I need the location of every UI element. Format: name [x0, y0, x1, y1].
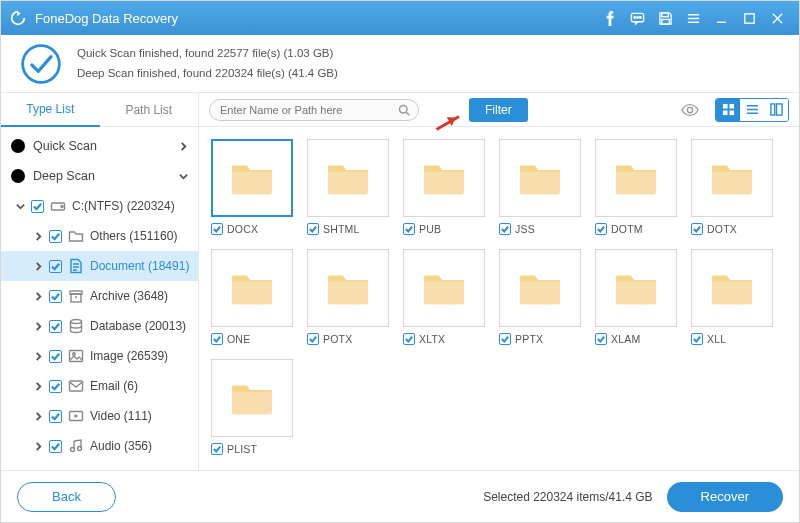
checkbox[interactable]	[403, 333, 415, 345]
chevron-right-icon[interactable]	[31, 292, 45, 301]
preview-toggle-icon[interactable]	[679, 99, 701, 121]
folder-thumbnail[interactable]	[211, 359, 293, 437]
checkbox[interactable]	[49, 290, 62, 303]
checkbox[interactable]	[49, 350, 62, 363]
email-icon	[68, 378, 84, 394]
checkbox[interactable]	[403, 223, 415, 235]
tree-deep-scan[interactable]: Deep Scan	[1, 161, 198, 191]
folder-thumbnail[interactable]	[211, 139, 293, 217]
file-type-grid[interactable]: DOCX SHTML PUB	[199, 127, 799, 470]
tree-category[interactable]: Others (151160)	[1, 221, 198, 251]
folder-thumbnail[interactable]	[691, 249, 773, 327]
tree-category[interactable]: Image (26539)	[1, 341, 198, 371]
tree-quick-scan[interactable]: Quick Scan	[1, 131, 198, 161]
chevron-right-icon[interactable]	[31, 382, 45, 391]
checkbox[interactable]	[211, 223, 223, 235]
view-list-button[interactable]	[740, 99, 764, 121]
folder-thumbnail[interactable]	[499, 249, 581, 327]
view-grid-button[interactable]	[716, 99, 740, 121]
checkbox[interactable]	[499, 223, 511, 235]
grid-item[interactable]: POTX	[307, 249, 389, 345]
checkbox[interactable]	[31, 200, 44, 213]
feedback-icon[interactable]	[623, 4, 651, 32]
chevron-down-icon[interactable]	[13, 202, 27, 211]
checkbox[interactable]	[691, 223, 703, 235]
search-input-wrap[interactable]	[209, 99, 419, 121]
grid-item[interactable]: XLL	[691, 249, 773, 345]
chevron-right-icon[interactable]	[31, 352, 45, 361]
folder-thumbnail[interactable]	[403, 249, 485, 327]
grid-item[interactable]: XLTX	[403, 249, 485, 345]
tree-category[interactable]: Database (20013)	[1, 311, 198, 341]
view-detail-button[interactable]	[764, 99, 788, 121]
checkbox[interactable]	[307, 333, 319, 345]
checkmark-circle-icon	[19, 42, 63, 86]
grid-item[interactable]: DOTX	[691, 139, 773, 235]
grid-item[interactable]: PPTX	[499, 249, 581, 345]
chevron-right-icon[interactable]	[31, 322, 45, 331]
checkbox[interactable]	[211, 333, 223, 345]
grid-item[interactable]: ONE	[211, 249, 293, 345]
sidebar-tree[interactable]: Quick Scan Deep Scan C:(NTFS) (220324) O…	[1, 127, 198, 470]
folder-thumbnail[interactable]	[595, 249, 677, 327]
drive-icon	[50, 198, 66, 214]
folder-thumbnail[interactable]	[499, 139, 581, 217]
svg-rect-4	[661, 12, 668, 16]
document-icon	[68, 258, 84, 274]
checkbox[interactable]	[307, 223, 319, 235]
checkbox[interactable]	[595, 333, 607, 345]
folder-thumbnail[interactable]	[307, 249, 389, 327]
chevron-right-icon[interactable]	[31, 232, 45, 241]
tree-category[interactable]: Email (6)	[1, 371, 198, 401]
grid-item[interactable]: XLAM	[595, 249, 677, 345]
checkbox[interactable]	[49, 260, 62, 273]
checkbox[interactable]	[49, 230, 62, 243]
grid-item[interactable]: SHTML	[307, 139, 389, 235]
folder-icon	[614, 270, 658, 306]
chevron-right-icon[interactable]	[31, 262, 45, 271]
item-label: XLAM	[611, 333, 640, 345]
folder-thumbnail[interactable]	[403, 139, 485, 217]
grid-item[interactable]: DOCX	[211, 139, 293, 235]
checkbox[interactable]	[691, 333, 703, 345]
folder-thumbnail[interactable]	[595, 139, 677, 217]
maximize-icon[interactable]	[735, 4, 763, 32]
checkbox[interactable]	[49, 410, 62, 423]
grid-item[interactable]: JSS	[499, 139, 581, 235]
checkbox[interactable]	[49, 440, 62, 453]
folder-thumbnail[interactable]	[691, 139, 773, 217]
tree-category[interactable]: Document (18491)	[1, 251, 198, 281]
tree-category[interactable]: Archive (3648)	[1, 281, 198, 311]
tree-drive[interactable]: C:(NTFS) (220324)	[1, 191, 198, 221]
tab-path-list[interactable]: Path List	[100, 93, 199, 126]
svg-rect-22	[729, 104, 734, 109]
folder-thumbnail[interactable]	[307, 139, 389, 217]
share-facebook-icon[interactable]	[595, 4, 623, 32]
checkbox[interactable]	[499, 333, 511, 345]
tab-type-list[interactable]: Type List	[1, 93, 100, 127]
chevron-right-icon[interactable]	[31, 442, 45, 451]
minimize-icon[interactable]	[707, 4, 735, 32]
search-input[interactable]	[218, 101, 398, 119]
grid-item[interactable]: DOTM	[595, 139, 677, 235]
svg-rect-5	[661, 19, 669, 24]
category-label: Audio (356)	[90, 439, 190, 453]
folder-thumbnail[interactable]	[211, 249, 293, 327]
tree-category[interactable]: Video (111)	[1, 401, 198, 431]
back-button[interactable]: Back	[17, 482, 116, 512]
menu-icon[interactable]	[679, 4, 707, 32]
filter-button[interactable]: Filter	[469, 98, 528, 122]
view-mode-group	[715, 98, 789, 122]
sidebar: Type List Path List Quick Scan Deep Scan…	[1, 93, 199, 470]
tree-category[interactable]: Audio (356)	[1, 431, 198, 461]
checkbox[interactable]	[595, 223, 607, 235]
save-disk-icon[interactable]	[651, 4, 679, 32]
close-icon[interactable]	[763, 4, 791, 32]
checkbox[interactable]	[211, 443, 223, 455]
recover-button[interactable]: Recover	[667, 482, 783, 512]
checkbox[interactable]	[49, 380, 62, 393]
checkbox[interactable]	[49, 320, 62, 333]
chevron-right-icon[interactable]	[31, 412, 45, 421]
grid-item[interactable]: PLIST	[211, 359, 293, 455]
grid-item[interactable]: PUB	[403, 139, 485, 235]
